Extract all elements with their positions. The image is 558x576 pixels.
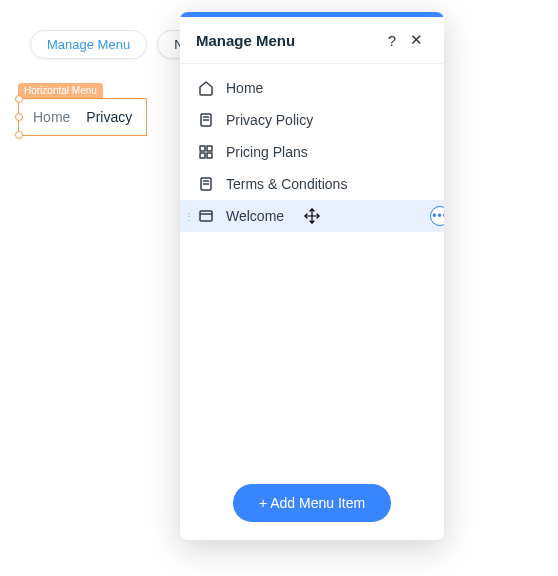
svg-rect-9 [200, 153, 205, 158]
panel-header: Manage Menu ? ✕ [180, 17, 444, 64]
home-icon [198, 80, 214, 96]
menu-row-label: Welcome [226, 208, 426, 224]
selected-widget: Horizontal Menu Home Privacy [18, 80, 147, 136]
svg-rect-8 [207, 146, 212, 151]
menu-row-label: Pricing Plans [226, 144, 426, 160]
drag-handle-icon[interactable]: ⋮⋮ [184, 211, 204, 222]
close-icon[interactable]: ✕ [404, 31, 428, 49]
menu-row[interactable]: ⋮⋮Privacy Policy••• [180, 104, 444, 136]
page-icon [198, 176, 214, 192]
resize-handle[interactable] [15, 113, 23, 121]
manage-menu-panel: Manage Menu ? ✕ ⋮⋮Home•••⋮⋮Privacy Polic… [180, 12, 444, 540]
menu-item-home[interactable]: Home [33, 109, 70, 125]
grid-icon [198, 144, 214, 160]
selection-label: Horizontal Menu [18, 83, 103, 98]
page-icon [198, 112, 214, 128]
menu-items-list: ⋮⋮Home•••⋮⋮Privacy Policy•••⋮⋮Pricing Pl… [180, 64, 444, 466]
menu-row-label: Terms & Conditions [226, 176, 426, 192]
menu-row[interactable]: ⋮⋮Welcome••• [180, 200, 444, 232]
panel-footer: + Add Menu Item [180, 466, 444, 540]
horizontal-menu-widget[interactable]: Home Privacy [18, 98, 147, 136]
svg-rect-7 [200, 146, 205, 151]
move-cursor-icon [303, 207, 321, 225]
menu-row[interactable]: ⋮⋮Home••• [180, 72, 444, 104]
menu-row[interactable]: ⋮⋮Pricing Plans••• [180, 136, 444, 168]
manage-menu-pill[interactable]: Manage Menu [30, 30, 147, 59]
add-menu-item-button[interactable]: + Add Menu Item [233, 484, 391, 522]
resize-handle[interactable] [15, 131, 23, 139]
help-icon[interactable]: ? [380, 32, 404, 49]
menu-row-label: Home [226, 80, 426, 96]
panel-title: Manage Menu [196, 32, 380, 49]
row-more-button[interactable]: ••• [430, 206, 444, 226]
resize-handle[interactable] [15, 95, 23, 103]
svg-rect-10 [207, 153, 212, 158]
menu-row-label: Privacy Policy [226, 112, 426, 128]
menu-row[interactable]: ⋮⋮Terms & Conditions••• [180, 168, 444, 200]
menu-item-privacy[interactable]: Privacy [86, 109, 132, 125]
